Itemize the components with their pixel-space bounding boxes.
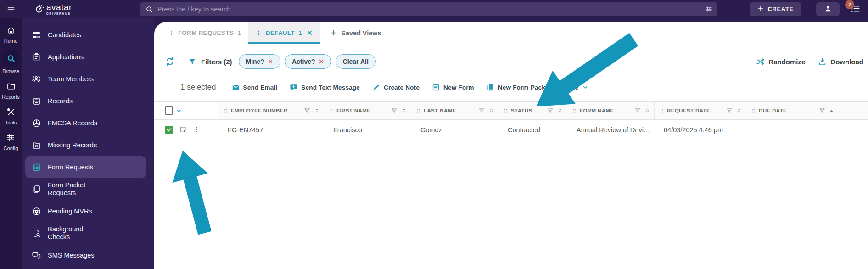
- select-all-checkbox[interactable]: [165, 106, 173, 115]
- filter-funnel-icon[interactable]: [188, 57, 196, 66]
- tab-kebab-icon[interactable]: [256, 30, 262, 36]
- new-form-button[interactable]: New Form: [432, 84, 474, 91]
- sidebar-item-fmcsa-records[interactable]: FMCSA Records: [25, 112, 146, 134]
- filters-label: Filters (2): [201, 58, 232, 66]
- rail-item-home[interactable]: Home: [4, 25, 17, 44]
- download-icon: [818, 57, 827, 66]
- close-tab-icon[interactable]: [307, 30, 313, 36]
- note-icon[interactable]: [179, 126, 187, 134]
- search-options-icon[interactable]: [705, 5, 713, 13]
- table-header-filler: [838, 102, 868, 119]
- drag-handle-icon[interactable]: [751, 108, 756, 114]
- sort-icon[interactable]: [644, 107, 650, 114]
- search-icon: [146, 6, 153, 13]
- column-header-status[interactable]: STATUS: [498, 102, 567, 119]
- sidebar-item-sms-messages[interactable]: SMS Messages: [25, 244, 146, 266]
- randomize-button[interactable]: Randomize: [756, 57, 805, 66]
- sidebar-item-form-requests[interactable]: Form Requests: [25, 156, 146, 178]
- column-filter-icon[interactable]: [726, 107, 733, 114]
- column-filter-icon[interactable]: [547, 107, 554, 114]
- remove-filter-icon[interactable]: [268, 59, 273, 64]
- filter-chip-active[interactable]: Active?: [285, 54, 331, 69]
- tab-form-requests[interactable]: FORM REQUESTS 1: [161, 22, 248, 44]
- column-filter-icon[interactable]: [478, 107, 485, 114]
- column-header-first-name[interactable]: FIRST NAME: [324, 102, 411, 119]
- drag-handle-icon[interactable]: [329, 108, 334, 114]
- sort-icon[interactable]: [488, 107, 494, 114]
- column-filter-icon[interactable]: [819, 107, 825, 114]
- clear-all-chip[interactable]: Clear All: [336, 54, 376, 69]
- more-actions-button[interactable]: More: [563, 84, 588, 91]
- new-form-packet-button[interactable]: New Form Packet: [487, 84, 551, 91]
- search-input[interactable]: [157, 6, 705, 13]
- chat-plus-icon: [290, 84, 297, 91]
- sidebar-item-form-packet-requests[interactable]: Form Packet Requests: [25, 178, 146, 200]
- table-header-row: EMPLOYEE NUMBER FIRST NAME LAST NAME: [154, 101, 868, 120]
- rail-item-browse[interactable]: Browse: [2, 50, 19, 74]
- column-header-last-name[interactable]: LAST NAME: [411, 102, 498, 119]
- sidebar-item-team-members[interactable]: Team Members: [25, 68, 146, 90]
- form-packet-icon: [487, 84, 494, 91]
- browse-search-icon: [3, 50, 19, 66]
- home-icon: [6, 25, 17, 36]
- tab-default[interactable]: DEFAULT 1: [248, 22, 320, 44]
- column-header-employee-number[interactable]: EMPLOYEE NUMBER: [218, 102, 324, 119]
- drag-handle-icon[interactable]: [572, 108, 577, 114]
- folder-icon: [6, 81, 17, 92]
- download-button[interactable]: Download: [818, 57, 863, 66]
- create-note-button[interactable]: Create Note: [372, 84, 420, 91]
- sort-icon[interactable]: [557, 107, 563, 114]
- column-filter-icon[interactable]: [304, 107, 310, 114]
- drag-handle-icon[interactable]: [503, 108, 508, 114]
- sort-asc-icon[interactable]: [829, 108, 834, 113]
- rail-item-config[interactable]: Config: [4, 132, 18, 151]
- remove-filter-icon[interactable]: [319, 59, 324, 64]
- send-email-button[interactable]: Send Email: [232, 84, 278, 91]
- app-logo: avatar DRIVERHUB: [34, 3, 140, 16]
- sort-icon[interactable]: [401, 107, 407, 114]
- refresh-icon[interactable]: [165, 57, 174, 66]
- column-header-request-date[interactable]: REQUEST DATE: [655, 102, 746, 119]
- sort-icon[interactable]: [736, 107, 742, 114]
- notifications-button[interactable]: 7: [846, 1, 864, 17]
- bulk-actions-bar: 1 selected Send Email Send Text Message: [154, 79, 868, 95]
- logo-spark-icon: [34, 4, 45, 15]
- row-checkbox-checked[interactable]: [165, 126, 173, 134]
- plus-icon: [330, 29, 337, 36]
- sidebar-item-candidates[interactable]: Candidates: [25, 24, 146, 46]
- selection-menu-chevron-icon[interactable]: [175, 107, 182, 114]
- saved-views-button[interactable]: Saved Views: [330, 22, 381, 44]
- team-icon: [31, 74, 42, 84]
- send-text-message-button[interactable]: Send Text Message: [290, 84, 360, 91]
- global-search[interactable]: [140, 2, 717, 16]
- sidebar-item-pending-mvrs[interactable]: Pending MVRs: [25, 200, 146, 222]
- tab-kebab-icon[interactable]: [168, 30, 174, 36]
- pen-icon: [372, 84, 380, 91]
- column-filter-icon[interactable]: [391, 107, 398, 114]
- column-header-form-name[interactable]: FORM NAME: [567, 102, 655, 119]
- column-filter-icon[interactable]: [634, 107, 641, 114]
- create-button[interactable]: CREATE: [750, 2, 801, 16]
- column-header-due-date[interactable]: DUE DATE: [746, 102, 838, 119]
- sidebar-item-missing-records[interactable]: Missing Records: [25, 134, 146, 156]
- table-row[interactable]: FG-EN7457 Francisco Gomez Contracted Ann…: [154, 120, 868, 140]
- sidebar-item-applications[interactable]: Applications: [25, 46, 146, 68]
- sort-icon[interactable]: [314, 107, 320, 114]
- row-menu-kebab-icon[interactable]: [193, 126, 200, 133]
- cell-request-date: 04/03/2025 4:46 pm: [655, 120, 746, 140]
- rail-item-tools[interactable]: Tools: [5, 106, 17, 125]
- filter-chip-mine[interactable]: Mine?: [239, 54, 280, 69]
- rail-item-reports[interactable]: Reports: [2, 81, 20, 100]
- hamburger-menu-icon[interactable]: [6, 5, 16, 14]
- sidebar-item-records[interactable]: Records: [25, 90, 146, 112]
- cell-first-name: Francisco: [324, 120, 411, 140]
- cell-due-date: [746, 120, 838, 140]
- select-all-header-cell: [154, 102, 218, 119]
- drag-handle-icon[interactable]: [223, 108, 228, 114]
- user-account-button[interactable]: [816, 2, 840, 16]
- chat-bubbles-icon: [31, 251, 42, 260]
- cell-employee-number: FG-EN7457: [218, 120, 324, 140]
- sidebar-item-background-checks[interactable]: Background Checks: [25, 222, 146, 244]
- drag-handle-icon[interactable]: [659, 108, 664, 114]
- drag-handle-icon[interactable]: [416, 108, 421, 114]
